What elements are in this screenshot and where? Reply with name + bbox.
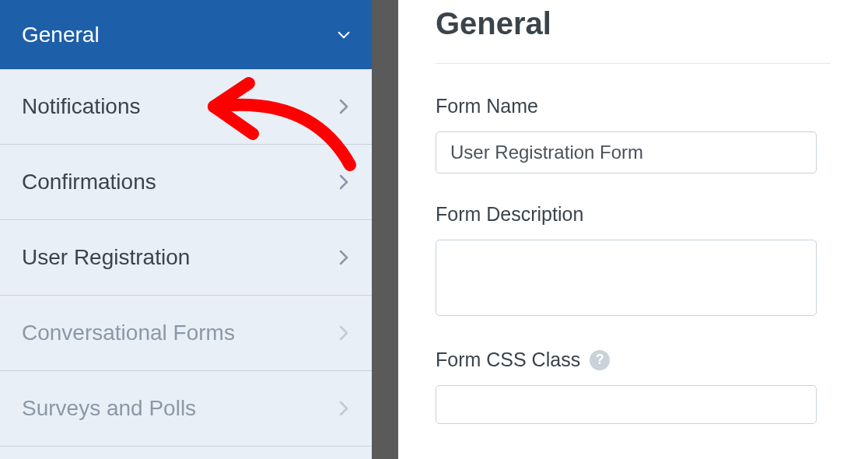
settings-sidebar: General Notifications Confirmations User… bbox=[0, 0, 372, 459]
sidebar-item-confirmations[interactable]: Confirmations bbox=[0, 145, 372, 220]
sidebar-item-label: User Registration bbox=[22, 245, 190, 270]
sidebar-item-general[interactable]: General bbox=[0, 0, 372, 69]
sidebar-item-user-registration[interactable]: User Registration bbox=[0, 220, 372, 296]
form-description-input[interactable] bbox=[436, 240, 817, 316]
page-title: General bbox=[436, 6, 831, 64]
chevron-down-icon bbox=[338, 29, 350, 41]
chevron-right-icon bbox=[338, 176, 350, 188]
chevron-right-icon bbox=[338, 100, 350, 113]
form-css-class-group: Form CSS Class ? bbox=[436, 349, 831, 424]
form-css-class-input[interactable] bbox=[436, 385, 817, 424]
form-description-label: Form Description bbox=[436, 203, 831, 226]
form-name-group: Form Name bbox=[436, 95, 831, 173]
sidebar-item-label: Notifications bbox=[22, 94, 141, 119]
chevron-right-icon bbox=[338, 251, 350, 264]
form-css-class-label: Form CSS Class ? bbox=[436, 349, 831, 371]
sidebar-item-label: General bbox=[22, 23, 100, 47]
sidebar-item-label: Conversational Forms bbox=[22, 321, 235, 345]
sidebar-item-notifications[interactable]: Notifications bbox=[0, 69, 372, 145]
form-name-input[interactable] bbox=[436, 131, 817, 173]
chevron-right-icon bbox=[338, 402, 350, 415]
chevron-right-icon bbox=[338, 327, 350, 339]
help-icon[interactable]: ? bbox=[590, 350, 610, 370]
form-description-group: Form Description bbox=[436, 203, 831, 319]
panel-divider bbox=[372, 0, 398, 459]
sidebar-item-conversational-forms[interactable]: Conversational Forms bbox=[0, 296, 372, 371]
sidebar-item-label: Surveys and Polls bbox=[22, 396, 196, 421]
main-panel: General Form Name Form Description Form … bbox=[398, 0, 868, 459]
sidebar-item-surveys-and-polls[interactable]: Surveys and Polls bbox=[0, 371, 372, 447]
sidebar-item-label: Confirmations bbox=[22, 170, 156, 194]
form-name-label: Form Name bbox=[436, 95, 831, 117]
